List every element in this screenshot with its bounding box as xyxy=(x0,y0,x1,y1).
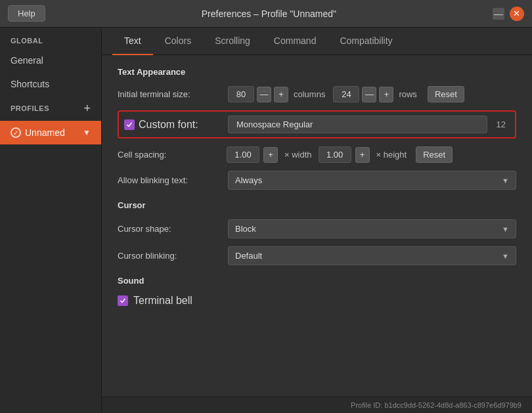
cursor-shape-label: Cursor shape: xyxy=(118,224,223,234)
cursor-shape-arrow-icon: ▼ xyxy=(502,225,509,233)
tab-command[interactable]: Command xyxy=(262,28,328,55)
rows-minus-button[interactable]: — xyxy=(362,87,376,102)
text-appearance-title: Text Appearance xyxy=(118,67,516,77)
tab-text[interactable]: Text xyxy=(112,28,153,55)
profile-name: Unnamed xyxy=(25,127,65,138)
window-title: Preferences – Profile "Unnamed" xyxy=(202,9,336,19)
cursor-blinking-label: Cursor blinking: xyxy=(118,251,223,261)
allow-blinking-label: Allow blinking text: xyxy=(118,175,223,185)
sound-section-title: Sound xyxy=(118,276,516,286)
footer: Profile ID: b1dcc9dd-5262-4d8d-a863-c897… xyxy=(102,397,532,413)
cell-spacing-row: Cell spacing: + × width + × height Reset xyxy=(118,146,516,163)
help-button[interactable]: Help xyxy=(8,5,45,22)
cell-width-label: × width xyxy=(284,150,312,160)
tabs-bar: Text Colors Scrolling Command Compatibil… xyxy=(102,28,532,55)
cursor-section: Cursor xyxy=(118,200,516,210)
global-section-label: Global xyxy=(0,28,101,49)
allow-blinking-value: Always xyxy=(235,175,262,185)
columns-minus-button[interactable]: — xyxy=(257,87,271,102)
profile-item-left: ✓ Unnamed xyxy=(11,127,65,138)
profiles-header: Profiles + xyxy=(0,96,101,121)
titlebar: Help Preferences – Profile "Unnamed" — ✕ xyxy=(0,0,532,28)
rows-label: rows xyxy=(399,89,416,99)
content-area: Text Colors Scrolling Command Compatibil… xyxy=(102,28,532,413)
custom-font-label: Custom font: xyxy=(139,119,198,131)
sidebar-item-general[interactable]: General xyxy=(0,49,101,72)
terminal-bell-row[interactable]: Terminal bell xyxy=(118,295,516,307)
sidebar: Global General Shortcuts Profiles + ✓ Un… xyxy=(0,28,102,413)
cell-spacing-label: Cell spacing: xyxy=(118,150,223,160)
add-profile-button[interactable]: + xyxy=(83,102,91,114)
cell-width-value[interactable] xyxy=(227,146,259,163)
cursor-blinking-value: Default xyxy=(235,251,262,261)
terminal-bell-checkbox[interactable] xyxy=(118,295,128,306)
settings-content: Text Appearance Initial terminal size: —… xyxy=(102,55,532,397)
window-controls: — ✕ xyxy=(493,7,524,21)
font-selector-button[interactable]: Monospace Regular xyxy=(228,116,487,133)
columns-spinbox: — + columns xyxy=(228,86,328,102)
cursor-blinking-dropdown[interactable]: Default ▼ xyxy=(228,246,516,265)
custom-font-checkbox-label[interactable]: Custom font: xyxy=(124,119,223,131)
cursor-blinking-row: Cursor blinking: Default ▼ xyxy=(118,246,516,265)
cursor-section-title: Cursor xyxy=(118,200,516,210)
profile-id: Profile ID: b1dcc9dd-5262-4d8d-a863-c897… xyxy=(351,401,521,409)
cursor-blinking-arrow-icon: ▼ xyxy=(502,252,509,260)
columns-plus-button[interactable]: + xyxy=(274,87,288,102)
font-name: Monospace Regular xyxy=(236,120,313,129)
rows-value[interactable] xyxy=(333,86,359,102)
tab-scrolling[interactable]: Scrolling xyxy=(203,28,262,55)
cell-height-label: × height xyxy=(376,150,407,160)
allow-blinking-row: Allow blinking text: Always ▼ xyxy=(118,171,516,190)
minimize-button[interactable]: — xyxy=(493,8,504,20)
tab-compatibility[interactable]: Compatibility xyxy=(328,28,404,55)
columns-value[interactable] xyxy=(228,86,254,102)
sound-section: Sound Terminal bell xyxy=(118,276,516,307)
profile-dropdown-icon: ▼ xyxy=(83,128,91,137)
profiles-section-label: Profiles xyxy=(11,104,49,112)
main-layout: Global General Shortcuts Profiles + ✓ Un… xyxy=(0,28,532,413)
cursor-shape-row: Cursor shape: Block ▼ xyxy=(118,219,516,238)
cursor-shape-value: Block xyxy=(235,224,256,234)
cell-height-plus-button[interactable]: + xyxy=(355,147,370,163)
cell-spacing-reset-button[interactable]: Reset xyxy=(416,146,453,163)
rows-plus-button[interactable]: + xyxy=(379,87,393,102)
columns-label: columns xyxy=(294,89,325,99)
profile-check-icon: ✓ xyxy=(11,127,21,138)
tab-colors[interactable]: Colors xyxy=(153,28,203,55)
cell-height-value[interactable] xyxy=(319,146,351,163)
allow-blinking-arrow-icon: ▼ xyxy=(502,177,509,185)
cell-width-plus-button[interactable]: + xyxy=(263,147,278,163)
cursor-shape-dropdown[interactable]: Block ▼ xyxy=(228,219,516,238)
allow-blinking-dropdown[interactable]: Always ▼ xyxy=(228,171,516,190)
sidebar-item-shortcuts[interactable]: Shortcuts xyxy=(0,72,101,96)
custom-font-checkbox[interactable] xyxy=(124,120,135,130)
terminal-size-reset-button[interactable]: Reset xyxy=(428,86,464,102)
terminal-size-label: Initial terminal size: xyxy=(118,89,223,99)
custom-font-row: Custom font: Monospace Regular 12 xyxy=(118,110,516,139)
terminal-bell-label: Terminal bell xyxy=(133,295,192,307)
rows-spinbox: — + rows xyxy=(333,86,419,102)
font-size-value: 12 xyxy=(493,116,510,133)
close-button[interactable]: ✕ xyxy=(510,7,524,21)
profile-item-unnamed[interactable]: ✓ Unnamed ▼ xyxy=(0,121,101,144)
terminal-size-row: Initial terminal size: — + columns — + r… xyxy=(118,86,516,102)
